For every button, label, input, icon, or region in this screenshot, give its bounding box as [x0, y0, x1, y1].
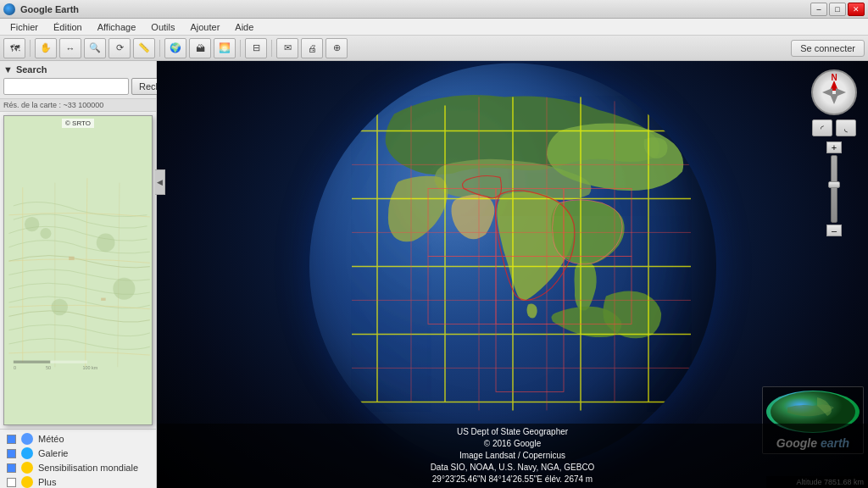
globe-landmass-svg: [309, 63, 716, 469]
layer-checkbox-1[interactable]: [7, 449, 16, 458]
layer-label-3: Plus: [38, 477, 56, 487]
svg-point-4: [51, 299, 68, 316]
svg-text:0: 0: [14, 365, 16, 370]
toolbar-sep-4: [271, 40, 272, 57]
status-line1: US Dept of State Geographer: [164, 426, 861, 438]
layer-label-2: Sensibilisation mondiale: [38, 463, 138, 473]
svg-rect-5: [69, 257, 75, 260]
svg-text:50: 50: [46, 365, 51, 370]
svg-point-1: [40, 228, 51, 239]
toolbar-sep-2: [159, 40, 160, 57]
search-header: ▼ Search: [3, 64, 153, 75]
toolbar-sep-3: [240, 40, 241, 57]
toolbar-terrain-btn[interactable]: 🏔: [189, 38, 211, 58]
zoom-track[interactable]: [831, 155, 837, 223]
menubar: Fichier Édition Affichage Outils Ajouter…: [0, 19, 868, 36]
toolbar-tilt-btn[interactable]: ⟳: [108, 38, 131, 58]
search-row: Rechercher: [3, 78, 153, 95]
maximize-button[interactable]: □: [829, 3, 846, 16]
toolbar-earth-btn[interactable]: 🌍: [164, 38, 186, 58]
compass-arrows: [822, 80, 846, 104]
globe-view[interactable]: N ◜ ◟ + –: [157, 61, 868, 488]
svg-point-0: [25, 217, 39, 231]
layer-checkbox-2[interactable]: [7, 463, 16, 473]
zoom-in-button[interactable]: +: [826, 141, 842, 153]
layer-item-0[interactable]: Météo: [7, 433, 149, 445]
connect-button[interactable]: Se connecter: [791, 40, 865, 57]
compass-west-arrow: [822, 88, 832, 97]
toolbar-hand-btn[interactable]: ✋: [35, 38, 57, 58]
compass-east-arrow: [836, 88, 846, 97]
topo-svg: 0 50 100 km: [4, 116, 152, 424]
close-button[interactable]: ✕: [848, 3, 865, 16]
svg-rect-6: [101, 298, 105, 301]
toolbar: 🗺 ✋ ↔ 🔍 ⟳ 📏 🌍 🏔 🌅 ⊟ ✉ 🖨 ⊕ Se connecter: [0, 36, 868, 61]
layer-item-2[interactable]: Sensibilisation mondiale: [7, 462, 149, 474]
svg-text:100 km: 100 km: [82, 365, 97, 370]
search-input[interactable]: [3, 78, 129, 95]
globe-sphere: [309, 63, 716, 469]
menu-outils[interactable]: Outils: [144, 20, 181, 34]
toolbar-bar-btn[interactable]: ⊟: [245, 38, 267, 58]
app-title: Google Earth: [20, 4, 79, 14]
layer-checkbox-0[interactable]: [7, 435, 16, 444]
tilt-controls: ◜ ◟: [809, 119, 860, 136]
toolbar-print-btn[interactable]: 🖨: [301, 38, 323, 58]
status-line4: Data SIO, NOAA, U.S. Navy, NGA, GEBCO: [164, 462, 861, 474]
tilt-up-button[interactable]: ◜: [812, 119, 832, 136]
search-section: ▼ Search Rechercher: [0, 61, 156, 99]
toolbar-map-btn[interactable]: 🗺: [3, 38, 25, 58]
zoom-slider-area: + –: [809, 141, 860, 236]
layer-icon-0: [21, 433, 33, 445]
layer-item-1[interactable]: Galerie: [7, 447, 149, 459]
search-label: Search: [16, 64, 47, 75]
layer-checkbox-3[interactable]: [7, 478, 16, 487]
menu-edition[interactable]: Édition: [47, 20, 89, 34]
layers-panel: MétéoGalerieSensibilisation mondialePlus: [0, 429, 156, 488]
toolbar-ruler-btn[interactable]: 📏: [133, 38, 155, 58]
toolbar-mail-btn[interactable]: ✉: [276, 38, 298, 58]
coords-text: Rés. de la carte : ~33 100000: [3, 101, 103, 109]
app-icon: [3, 3, 15, 15]
left-panel: ▼ Search Rechercher Rés. de la carte : ~…: [0, 61, 157, 488]
compass-ring[interactable]: N: [811, 69, 857, 115]
layer-icon-1: [21, 447, 33, 459]
titlebar-left: Google Earth: [3, 3, 79, 15]
coords-bar: Rés. de la carte : ~33 100000: [0, 99, 156, 112]
menu-affichage[interactable]: Affichage: [91, 20, 143, 34]
zoom-thumb[interactable]: [828, 181, 840, 188]
topo-map: © SRTO: [3, 115, 153, 425]
svg-point-2: [97, 234, 115, 252]
minimize-button[interactable]: –: [810, 3, 827, 16]
zoom-out-button[interactable]: –: [826, 225, 842, 236]
svg-point-3: [113, 278, 135, 300]
search-toggle-icon[interactable]: ▼: [3, 64, 13, 75]
toolbar-move-btn[interactable]: ↔: [59, 38, 81, 58]
status-line3: Image Landsat / Copernicus: [164, 450, 861, 462]
toolbar-sep-1: [30, 40, 31, 57]
menu-aide[interactable]: Aide: [228, 20, 260, 34]
layer-label-1: Galerie: [38, 448, 68, 458]
layer-icon-3: [21, 476, 33, 488]
svg-rect-7: [14, 361, 51, 363]
panel-collapse-button[interactable]: ◀: [155, 169, 165, 195]
status-line2: © 2016 Google: [164, 438, 861, 450]
status-bar: US Dept of State Geographer © 2016 Googl…: [157, 424, 868, 488]
layer-icon-2: [21, 462, 33, 474]
toolbar-zoom-in-btn[interactable]: 🔍: [84, 38, 106, 58]
main-area: ▼ Search Rechercher Rés. de la carte : ~…: [0, 61, 868, 488]
status-coords: 29°23'25.46"N 84°14'26.55"E élév. 2674 m: [164, 474, 861, 485]
svg-rect-8: [50, 361, 87, 363]
navigation-compass: N ◜ ◟ + –: [809, 69, 860, 236]
titlebar: Google Earth – □ ✕: [0, 0, 868, 19]
layer-item-3[interactable]: Plus: [7, 476, 149, 488]
window-controls: – □ ✕: [810, 3, 865, 16]
toolbar-sky-btn[interactable]: 🌅: [214, 38, 236, 58]
menu-fichier[interactable]: Fichier: [3, 20, 45, 34]
layer-label-0: Météo: [38, 434, 64, 444]
toolbar-share-btn[interactable]: ⊕: [326, 38, 348, 58]
tilt-down-button[interactable]: ◟: [836, 119, 856, 136]
menu-ajouter[interactable]: Ajouter: [183, 20, 226, 34]
